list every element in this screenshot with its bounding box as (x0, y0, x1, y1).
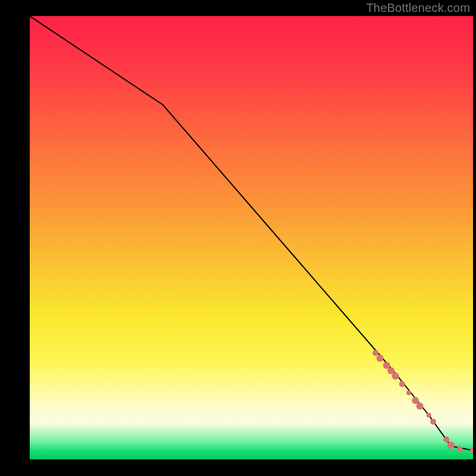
curve-line (30, 16, 473, 450)
markers-group (372, 350, 473, 453)
marker-point (399, 381, 405, 387)
plot-area (30, 16, 473, 459)
overlay-svg (30, 16, 473, 459)
attribution-label: TheBottleneck.com (366, 1, 470, 15)
marker-point (372, 350, 378, 356)
marker-point (470, 447, 473, 453)
marker-point (377, 355, 384, 362)
marker-point (457, 446, 463, 452)
marker-point (412, 397, 419, 404)
marker-point (427, 413, 431, 418)
marker-point (447, 441, 455, 449)
marker-point (406, 390, 411, 395)
chart-frame: TheBottleneck.com (0, 0, 476, 476)
marker-point (430, 419, 436, 425)
marker-point (392, 372, 399, 380)
marker-point (443, 437, 449, 443)
marker-point (416, 403, 424, 410)
